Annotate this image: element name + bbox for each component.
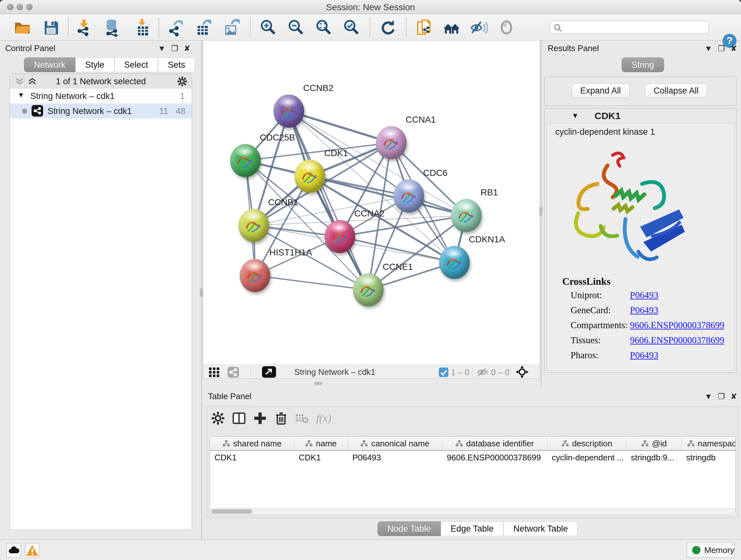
network-node-CCNB1[interactable] xyxy=(239,209,269,242)
crosslink-link[interactable]: P06493 xyxy=(630,350,658,361)
network-node-CCNB2[interactable] xyxy=(273,95,304,128)
crosslink-link[interactable]: 9606.ENSP00000378699 xyxy=(630,320,724,330)
zoom-fit-icon[interactable] xyxy=(314,18,333,37)
table-panel-title: Table Panel xyxy=(208,391,252,401)
network-node-HIST1H1A[interactable] xyxy=(240,259,270,292)
node-label-RB1: RB1 xyxy=(481,187,498,198)
scrollbar-thumb[interactable] xyxy=(211,509,252,514)
section-expander-icon[interactable]: ▼ xyxy=(571,111,579,120)
table-settings-gear-icon[interactable] xyxy=(211,411,225,425)
network-collection-row[interactable]: ▼ String Network – cdk1 1 xyxy=(10,88,192,104)
crosslink-link[interactable]: 9606.ENSP00000378699 xyxy=(630,335,724,346)
grid-view-icon[interactable] xyxy=(209,368,220,377)
import-table-icon[interactable] xyxy=(133,18,152,37)
clone-network-icon[interactable] xyxy=(415,18,434,37)
network-node-RB1[interactable] xyxy=(451,199,482,232)
show-columns-icon[interactable] xyxy=(232,411,246,425)
export-network-icon[interactable] xyxy=(167,18,186,37)
node-label-CCNB2: CCNB2 xyxy=(303,83,333,93)
column-header-shared-name[interactable]: shared name xyxy=(210,437,294,450)
results-actions-box: Expand All Collapse All xyxy=(544,77,737,106)
open-view-icon[interactable] xyxy=(262,366,276,378)
network-row[interactable]: String Network – cdk1 11 48 xyxy=(10,104,192,118)
table-cell: cyclin-dependent ... xyxy=(547,451,626,465)
crosslink-link[interactable]: P06493 xyxy=(630,290,658,300)
panel-close-icon[interactable]: ✘ xyxy=(731,45,737,52)
node-label-CCNE1: CCNE1 xyxy=(383,262,413,272)
column-header--id[interactable]: @id xyxy=(626,437,682,450)
table-horizontal-scrollbar[interactable] xyxy=(210,508,736,515)
tab-network[interactable]: Network xyxy=(24,57,75,72)
network-node-CDK1[interactable] xyxy=(294,160,325,193)
title-bar: Session: New Session xyxy=(0,0,741,14)
zoom-out-icon[interactable] xyxy=(286,18,305,37)
column-header-description[interactable]: description xyxy=(547,437,626,450)
delete-column-icon[interactable] xyxy=(274,411,288,425)
left-splitter-handle[interactable] xyxy=(200,288,203,297)
tab-string[interactable]: String xyxy=(622,57,664,72)
panel-menu-icon[interactable]: ▼ xyxy=(704,45,712,52)
search-input[interactable] xyxy=(565,21,705,32)
tab-select[interactable]: Select xyxy=(114,57,158,72)
column-header-label: name xyxy=(316,439,337,449)
tab-sets[interactable]: Sets xyxy=(158,57,195,72)
table-cell: P06493 xyxy=(348,451,442,465)
zoom-selected-icon[interactable] xyxy=(342,18,360,37)
collection-expander-icon[interactable]: ▼ xyxy=(17,91,24,99)
crosslink-link[interactable]: P06493 xyxy=(630,305,658,315)
hide-unhide-icon[interactable] xyxy=(469,18,488,37)
selected-count-badge: 1 – 0 xyxy=(451,368,469,377)
network-node-CDKN1A[interactable] xyxy=(439,246,470,279)
tab-network-table[interactable]: Network Table xyxy=(503,521,578,536)
hidden-eye-icon[interactable] xyxy=(476,368,489,377)
column-header-name[interactable]: name xyxy=(294,437,348,450)
column-header-namespac[interactable]: namespac xyxy=(682,437,736,450)
toolbar-separator xyxy=(251,367,251,377)
column-header-canonical-name[interactable]: canonical name xyxy=(348,437,442,450)
panel-float-icon[interactable]: ❐ xyxy=(718,45,725,52)
add-column-icon[interactable] xyxy=(253,411,267,425)
selected-checkbox-icon[interactable] xyxy=(439,368,448,377)
export-table-icon[interactable] xyxy=(195,18,213,37)
right-splitter-handle[interactable] xyxy=(539,207,542,216)
network-node-CDC6[interactable] xyxy=(394,179,424,212)
export-image-icon[interactable] xyxy=(223,18,241,37)
collapse-all-button[interactable]: Collapse All xyxy=(645,83,707,98)
network-node-CCNA1[interactable] xyxy=(376,126,407,159)
eye-disabled-icon[interactable] xyxy=(497,18,516,37)
column-header-database-identifier[interactable]: database identifier xyxy=(442,437,547,450)
bottom-splitter-handle[interactable] xyxy=(314,382,322,385)
panel-menu-icon[interactable]: ▼ xyxy=(704,393,712,400)
home-layout-icon[interactable] xyxy=(442,18,461,37)
network-node-CCNA2[interactable] xyxy=(325,220,355,253)
share-view-icon[interactable] xyxy=(227,367,239,378)
memory-button[interactable]: Memory xyxy=(687,543,735,558)
gene-section-header[interactable]: ▼ CDK1 xyxy=(545,109,736,124)
warning-status-button[interactable] xyxy=(25,543,40,558)
panel-float-icon[interactable]: ❐ xyxy=(172,45,179,52)
import-network-icon[interactable] xyxy=(75,18,94,37)
cloud-icon xyxy=(7,543,21,557)
tab-edge-table[interactable]: Edge Table xyxy=(441,521,503,536)
tab-node-table[interactable]: Node Table xyxy=(378,521,441,536)
refresh-icon[interactable] xyxy=(379,18,397,37)
crosslink-row: Tissues:9606.ENSP00000378699 xyxy=(570,335,730,346)
tab-style[interactable]: Style xyxy=(75,57,114,72)
save-session-icon[interactable] xyxy=(42,18,60,37)
panel-close-icon[interactable]: ✘ xyxy=(731,393,737,400)
gear-icon[interactable] xyxy=(177,76,187,86)
panel-close-icon[interactable]: ✘ xyxy=(184,45,190,52)
node-table: shared namenamecanonical namedatabase id… xyxy=(210,436,736,510)
import-network-from-database-icon[interactable] xyxy=(103,18,122,37)
network-node-CCNE1[interactable] xyxy=(353,273,384,307)
network-node-CDC25B[interactable] xyxy=(230,144,261,177)
network-canvas[interactable]: CCNB2CCNA1CDC25BCDK1CDC6RB1CCNB1CCNA2CDK… xyxy=(203,41,540,365)
cloud-status-button[interactable] xyxy=(6,543,21,558)
birdseye-icon[interactable] xyxy=(515,365,529,379)
table-row[interactable]: CDK1CDK1P064939606.ENSP00000378699cyclin… xyxy=(210,451,735,465)
expand-all-button[interactable]: Expand All xyxy=(571,83,630,98)
zoom-in-icon[interactable] xyxy=(259,18,277,37)
panel-float-icon[interactable]: ❐ xyxy=(718,393,725,400)
panel-menu-icon[interactable]: ▼ xyxy=(158,45,165,52)
open-session-icon[interactable] xyxy=(13,18,31,37)
